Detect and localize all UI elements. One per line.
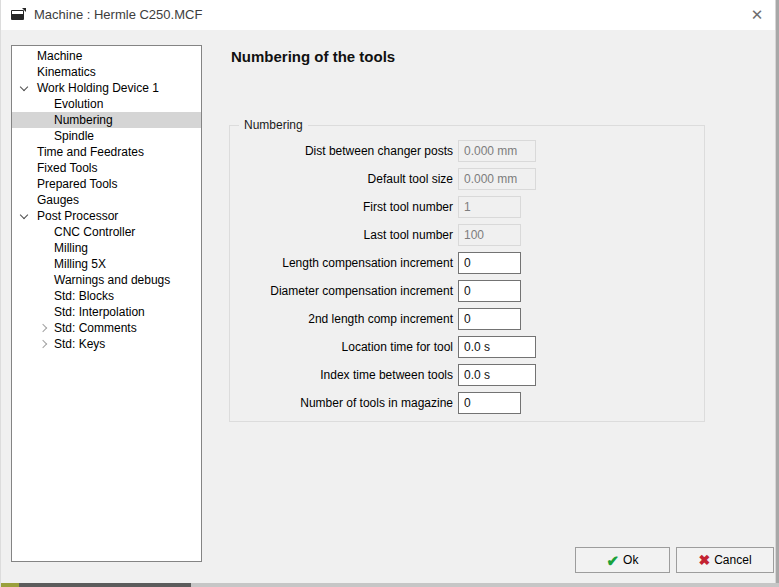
tree-item[interactable]: Prepared Tools <box>12 176 201 192</box>
title-bar[interactable]: Machine : Hermle C250.MCF ✕ <box>1 0 779 30</box>
tree-item[interactable]: Std: Interpolation <box>12 304 201 320</box>
tree-item[interactable]: Std: Keys <box>12 336 201 352</box>
desktop-edge <box>1 583 779 587</box>
field-input[interactable] <box>458 336 536 358</box>
tree-item-label: Std: Interpolation <box>54 304 145 320</box>
field-input[interactable] <box>458 196 521 218</box>
tree-item[interactable]: Std: Blocks <box>12 288 201 304</box>
tree-item-label: Prepared Tools <box>37 176 118 192</box>
field-row: Dist between changer posts <box>230 140 704 162</box>
field-input[interactable] <box>458 252 521 274</box>
desktop-edge-olive <box>1 583 19 587</box>
field-label: 2nd length comp increment <box>230 312 458 326</box>
tree-item-label: Milling 5X <box>54 256 106 272</box>
field-row: Length compensation increment <box>230 252 704 274</box>
field-label: Length compensation increment <box>230 256 458 270</box>
machine-settings-tree: Machine Kinematics Work Holding Device 1… <box>11 45 202 562</box>
window-right-border <box>775 0 779 587</box>
x-icon: ✖ <box>698 553 710 567</box>
field-label: First tool number <box>230 200 458 214</box>
ok-button-label: Ok <box>623 553 638 567</box>
tree-item-label: Warnings and debugs <box>54 272 170 288</box>
field-row: 2nd length comp increment <box>230 308 704 330</box>
tree-item[interactable]: Kinematics <box>12 64 201 80</box>
field-row: Default tool size <box>230 168 704 190</box>
tree-item-label: Work Holding Device 1 <box>37 80 159 96</box>
field-row: Index time between tools <box>230 364 704 386</box>
field-row: Last tool number <box>230 224 704 246</box>
tree-item[interactable]: Milling 5X <box>12 256 201 272</box>
tree-item-label: Std: Blocks <box>54 288 114 304</box>
tree-item-label: Machine <box>37 48 82 64</box>
tree-item[interactable]: Time and Feedrates <box>12 144 201 160</box>
tree-item-label: Std: Keys <box>54 336 105 352</box>
field-label: Dist between changer posts <box>230 144 458 158</box>
chevron-icon[interactable] <box>39 324 47 332</box>
tree-item-label: Std: Comments <box>54 320 137 336</box>
groupbox-title: Numbering <box>239 118 308 132</box>
tree-item[interactable]: Post Processor <box>12 208 201 224</box>
chevron-icon[interactable] <box>20 83 28 91</box>
field-input[interactable] <box>458 392 521 414</box>
field-row: Number of tools in magazine <box>230 392 704 414</box>
chevron-icon[interactable] <box>39 340 47 348</box>
chevron-icon[interactable] <box>20 211 28 219</box>
field-label: Default tool size <box>230 172 458 186</box>
tree-item[interactable]: Milling <box>12 240 201 256</box>
close-icon[interactable]: ✕ <box>743 4 771 26</box>
tree-item[interactable]: Work Holding Device 1 <box>12 80 201 96</box>
tree-item[interactable]: Warnings and debugs <box>12 272 201 288</box>
tree-item-label: Post Processor <box>37 208 118 224</box>
check-icon: ✔ <box>607 553 620 568</box>
ok-button[interactable]: ✔ Ok <box>575 547 670 573</box>
cancel-button-label: Cancel <box>714 553 751 567</box>
field-label: Index time between tools <box>230 368 458 382</box>
field-row: Diameter compensation increment <box>230 280 704 302</box>
page-title: Numbering of the tools <box>231 48 395 65</box>
tree-item-label: Spindle <box>54 128 94 144</box>
tree-item[interactable]: Fixed Tools <box>12 160 201 176</box>
tree-item[interactable]: Numbering <box>12 112 201 128</box>
field-input[interactable] <box>458 308 521 330</box>
tree-item[interactable]: Evolution <box>12 96 201 112</box>
app-icon <box>11 8 26 22</box>
tree-item[interactable]: Spindle <box>12 128 201 144</box>
tree-item-label: CNC Controller <box>54 224 135 240</box>
field-row: Location time for tool <box>230 336 704 358</box>
field-input[interactable] <box>458 364 536 386</box>
numbering-fields: Dist between changer posts Default tool … <box>230 140 704 420</box>
cancel-button[interactable]: ✖ Cancel <box>676 547 774 573</box>
desktop-edge-dark <box>19 583 191 587</box>
tree-item[interactable]: Std: Comments <box>12 320 201 336</box>
tree-item-label: Milling <box>54 240 88 256</box>
tree-item-label: Fixed Tools <box>37 160 97 176</box>
field-input[interactable] <box>458 140 536 162</box>
tree-item-label: Evolution <box>54 96 103 112</box>
window-title: Machine : Hermle C250.MCF <box>34 7 202 22</box>
tree-item-label: Time and Feedrates <box>37 144 144 160</box>
numbering-groupbox: Numbering Dist between changer posts Def… <box>229 125 705 422</box>
tree-item[interactable]: Gauges <box>12 192 201 208</box>
field-input[interactable] <box>458 280 521 302</box>
field-input[interactable] <box>458 224 521 246</box>
field-row: First tool number <box>230 196 704 218</box>
tree-item[interactable]: CNC Controller <box>12 224 201 240</box>
tree-item-label: Gauges <box>37 192 79 208</box>
tree-item-label: Kinematics <box>37 64 96 80</box>
field-input[interactable] <box>458 168 536 190</box>
field-label: Last tool number <box>230 228 458 242</box>
dialog-window: Machine : Hermle C250.MCF ✕ Machine Kine… <box>0 0 779 587</box>
tree-item-label: Numbering <box>54 112 113 128</box>
field-label: Location time for tool <box>230 340 458 354</box>
field-label: Number of tools in magazine <box>230 396 458 410</box>
tree-item[interactable]: Machine <box>12 48 201 64</box>
field-label: Diameter compensation increment <box>230 284 458 298</box>
